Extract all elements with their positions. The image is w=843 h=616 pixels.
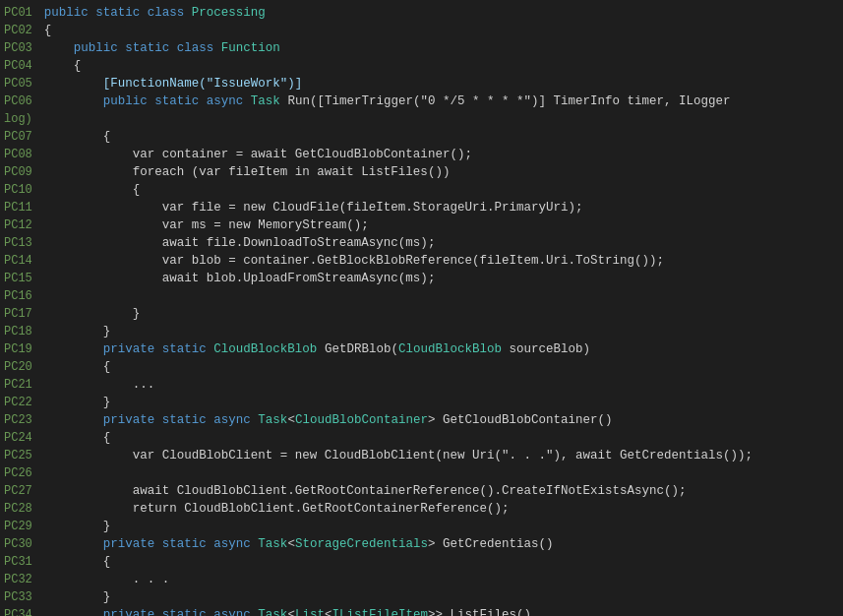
line-content: { — [40, 553, 843, 571]
code-line: PC06 public static async Task Run([Timer… — [0, 92, 843, 110]
line-content: ... — [40, 376, 843, 394]
line-number: PC19 — [0, 340, 40, 358]
line-number: PC33 — [0, 588, 40, 606]
code-line: PC21 ... — [0, 376, 843, 394]
line-content: { — [40, 429, 843, 447]
line-number: PC01 — [0, 4, 40, 22]
code-line: PC32 . . . — [0, 571, 843, 588]
line-number: PC08 — [0, 146, 40, 163]
line-content: { — [40, 181, 843, 199]
code-line: PC20 { — [0, 358, 843, 376]
line-content: private static async Task<List<IListFile… — [40, 606, 843, 616]
line-content: private static CloudBlockBlob GetDRBlob(… — [40, 340, 843, 358]
line-content: . . . — [40, 571, 843, 588]
code-line: PC08 var container = await GetCloudBlobC… — [0, 146, 843, 163]
code-line: PC02{ — [0, 22, 843, 39]
line-content: } — [40, 518, 843, 535]
line-content: { — [40, 57, 843, 75]
line-number: PC07 — [0, 128, 40, 146]
line-number: log) — [0, 110, 40, 128]
line-content: return CloudBlobClient.GetRootContainerR… — [40, 500, 843, 518]
line-content: } — [40, 323, 843, 340]
line-number: PC26 — [0, 464, 40, 482]
line-number: PC20 — [0, 358, 40, 376]
line-number: PC15 — [0, 270, 40, 287]
line-number: PC22 — [0, 394, 40, 411]
code-line: PC23 private static async Task<CloudBlob… — [0, 411, 843, 429]
line-number: PC14 — [0, 252, 40, 270]
code-line: PC33 } — [0, 588, 843, 606]
line-content: await CloudBlobClient.GetRootContainerRe… — [40, 482, 843, 500]
line-content: } — [40, 305, 843, 323]
line-number: PC28 — [0, 500, 40, 518]
line-content: private static async Task<CloudBlobConta… — [40, 411, 843, 429]
line-content: [FunctionName("IssueWork")] — [40, 75, 843, 92]
line-number: PC27 — [0, 482, 40, 500]
line-number: PC18 — [0, 323, 40, 340]
code-line: PC29 } — [0, 518, 843, 535]
line-number: PC34 — [0, 606, 40, 616]
line-number: PC30 — [0, 535, 40, 553]
line-number: PC21 — [0, 376, 40, 394]
code-line: PC22 } — [0, 394, 843, 411]
line-number: PC25 — [0, 447, 40, 464]
line-number: PC06 — [0, 92, 40, 110]
code-line: PC24 { — [0, 429, 843, 447]
line-content: } — [40, 588, 843, 606]
code-line: PC26 — [0, 464, 843, 482]
code-line: PC12 var ms = new MemoryStream(); — [0, 216, 843, 234]
code-line: PC01public static class Processing — [0, 4, 843, 22]
line-number: PC02 — [0, 22, 40, 39]
line-number: PC09 — [0, 163, 40, 181]
line-content: } — [40, 394, 843, 411]
code-line: PC34 private static async Task<List<ILis… — [0, 606, 843, 616]
line-content: var blob = container.GetBlockBlobReferen… — [40, 252, 843, 270]
line-number: PC24 — [0, 429, 40, 447]
code-line: PC10 { — [0, 181, 843, 199]
code-line: PC03 public static class Function — [0, 39, 843, 57]
code-line: PC04 { — [0, 57, 843, 75]
code-editor: PC01public static class ProcessingPC02{P… — [0, 0, 843, 616]
line-number: PC17 — [0, 305, 40, 323]
line-content: var file = new CloudFile(fileItem.Storag… — [40, 199, 843, 216]
code-line: PC07 { — [0, 128, 843, 146]
line-number: PC32 — [0, 571, 40, 588]
line-content: await file.DownloadToStreamAsync(ms); — [40, 234, 843, 252]
line-content: var container = await GetCloudBlobContai… — [40, 146, 843, 163]
line-number: PC03 — [0, 39, 40, 57]
line-content: { — [40, 22, 843, 39]
line-content: public static class Function — [40, 39, 843, 57]
line-number: PC12 — [0, 216, 40, 234]
line-number: PC23 — [0, 411, 40, 429]
code-line: PC31 { — [0, 553, 843, 571]
code-line: PC25 var CloudBlobClient = new CloudBlob… — [0, 447, 843, 464]
line-number: PC10 — [0, 181, 40, 199]
line-number: PC11 — [0, 199, 40, 216]
line-content: public static async Task Run([TimerTrigg… — [40, 92, 843, 110]
line-content: var CloudBlobClient = new CloudBlobClien… — [40, 447, 843, 464]
code-line: PC14 var blob = container.GetBlockBlobRe… — [0, 252, 843, 270]
code-line: PC28 return CloudBlobClient.GetRootConta… — [0, 500, 843, 518]
code-line: PC11 var file = new CloudFile(fileItem.S… — [0, 199, 843, 216]
line-number: PC29 — [0, 518, 40, 535]
line-number: PC13 — [0, 234, 40, 252]
line-content: await blob.UploadFromStreamAsync(ms); — [40, 270, 843, 287]
line-content: private static async Task<StorageCredent… — [40, 535, 843, 553]
line-content: var ms = new MemoryStream(); — [40, 216, 843, 234]
code-line: PC15 await blob.UploadFromStreamAsync(ms… — [0, 270, 843, 287]
code-line: PC13 await file.DownloadToStreamAsync(ms… — [0, 234, 843, 252]
code-line: PC16 — [0, 287, 843, 305]
code-line: PC17 } — [0, 305, 843, 323]
line-content: { — [40, 358, 843, 376]
line-number: PC31 — [0, 553, 40, 571]
line-number: PC04 — [0, 57, 40, 75]
code-line: PC18 } — [0, 323, 843, 340]
code-line: PC19 private static CloudBlockBlob GetDR… — [0, 340, 843, 358]
line-number: PC05 — [0, 75, 40, 92]
line-content: { — [40, 128, 843, 146]
code-line: PC09 foreach (var fileItem in await List… — [0, 163, 843, 181]
code-line: PC05 [FunctionName("IssueWork")] — [0, 75, 843, 92]
line-content: foreach (var fileItem in await ListFiles… — [40, 163, 843, 181]
code-line: PC30 private static async Task<StorageCr… — [0, 535, 843, 553]
line-number: PC16 — [0, 287, 40, 305]
